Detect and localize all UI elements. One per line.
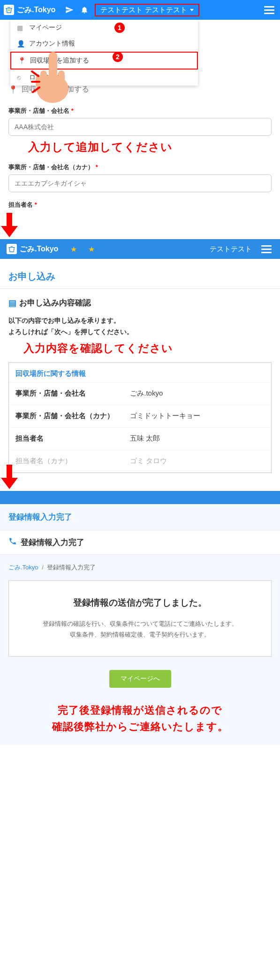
logo-icon bbox=[4, 5, 14, 15]
annotation-note-3: 完了後登録情報が送信されるので 確認後弊社からご連絡いたします。 bbox=[0, 688, 280, 744]
info-value: ゴミ タロウ bbox=[130, 457, 265, 466]
user-name-dropdown[interactable]: テストテスト テストテスト bbox=[95, 4, 199, 16]
completion-text-2: 収集条件、契約情報確定後、電子契約を行います。 bbox=[18, 629, 262, 640]
menu-account-label: アカウント情報 bbox=[29, 39, 75, 48]
section-title: 登録情報入力完了 bbox=[0, 530, 280, 555]
completion-text-1: 登録情報の確認を行い、収集条件について電話にてご連絡いたします。 bbox=[18, 618, 262, 629]
svg-rect-1 bbox=[49, 52, 57, 79]
menu-mypage-label: マイページ bbox=[29, 23, 62, 32]
header-bar-2: ごみ.Tokyo ★ ★ テストテスト bbox=[0, 239, 280, 259]
svg-rect-3 bbox=[58, 70, 65, 87]
info-row: 事業所・店舗・会社名（カナ） ゴミドットトーキョー bbox=[9, 405, 271, 428]
info-row: 担当者名 五味 太郎 bbox=[9, 428, 271, 450]
person-label: 担当者名 * bbox=[8, 201, 272, 209]
info-label: 担当者名 bbox=[15, 434, 130, 443]
star-icon[interactable]: ★ bbox=[88, 245, 95, 254]
pin-icon: 📍 bbox=[8, 85, 18, 94]
info-box: 回収場所に関する情報 事業所・店舗・会社名 ごみ.tokyo 事業所・店舗・会社… bbox=[8, 362, 272, 473]
info-row: 事業所・店舗・会社名 ごみ.tokyo bbox=[9, 382, 271, 405]
pin-icon: 📍 bbox=[18, 57, 25, 64]
phone-icon bbox=[8, 537, 17, 548]
breadcrumb-current: 登録情報入力完了 bbox=[47, 564, 96, 571]
caret-down-icon bbox=[190, 9, 194, 11]
calendar-icon: ▦ bbox=[17, 24, 24, 31]
info-value: ごみ.tokyo bbox=[130, 389, 265, 398]
svg-rect-2 bbox=[40, 70, 47, 87]
kana-label: 事業所・店舗・会社名（カナ） * bbox=[8, 163, 272, 171]
kana-input[interactable] bbox=[8, 174, 272, 192]
info-value: ゴミドットトーキョー bbox=[130, 412, 265, 420]
logo-text: ごみ.Tokyo bbox=[20, 244, 58, 254]
header-bar-3 bbox=[0, 491, 280, 504]
page-title: 登録情報入力完了 bbox=[0, 504, 280, 530]
breadcrumb-home[interactable]: ごみ.Tokyo bbox=[8, 564, 38, 571]
user-name-2[interactable]: テストテスト bbox=[210, 245, 252, 254]
info-label: 担当者名（カナ） bbox=[15, 457, 130, 466]
annotation-note-1: 入力して追加してください bbox=[28, 140, 272, 155]
logout-icon: ⎋ bbox=[17, 74, 24, 81]
user-name-text: テストテスト テストテスト bbox=[100, 6, 187, 15]
star-icon[interactable]: ★ bbox=[70, 245, 77, 254]
list-icon: ▤ bbox=[8, 298, 16, 308]
send-icon[interactable] bbox=[65, 5, 74, 15]
completion-title: 登録情報の送信が完了しました。 bbox=[18, 597, 262, 609]
info-label: 事業所・店舗・会社名 bbox=[15, 389, 130, 398]
section-title: ▤ お申し込み内容確認 bbox=[0, 289, 280, 317]
mypage-button[interactable]: マイページへ bbox=[109, 670, 171, 688]
confirm-desc-1: 以下の内容でお申し込みを承ります。 bbox=[0, 317, 280, 328]
confirm-desc-2: よろしければ「次へ」を押してください。 bbox=[0, 328, 280, 339]
annotation-badge-1: 1 bbox=[114, 23, 125, 33]
annotation-note-2: 入力内容を確認してください bbox=[0, 339, 280, 362]
info-box-title: 回収場所に関する情報 bbox=[9, 363, 271, 382]
header-bar: ごみ.Tokyo テストテスト テストテスト bbox=[0, 0, 280, 20]
user-icon: 👤 bbox=[17, 40, 24, 47]
page-title: お申し込み bbox=[0, 259, 280, 289]
hamburger-menu[interactable] bbox=[262, 4, 276, 16]
arrow-down-icon bbox=[0, 465, 280, 491]
annotation-badge-2: 2 bbox=[113, 52, 123, 62]
completion-box: 登録情報の送信が完了しました。 登録情報の確認を行い、収集条件について電話にてご… bbox=[8, 580, 272, 657]
pointing-hand-icon bbox=[29, 49, 76, 107]
hamburger-menu[interactable] bbox=[259, 243, 273, 255]
logo-text: ごみ.Tokyo bbox=[17, 5, 55, 15]
logo-icon bbox=[7, 244, 17, 254]
menu-mypage[interactable]: ▦ マイページ bbox=[10, 20, 198, 36]
arrow-down-icon bbox=[0, 213, 280, 239]
breadcrumb: ごみ.Tokyo / 登録情報入力完了 bbox=[0, 561, 280, 580]
bell-icon[interactable] bbox=[80, 5, 89, 15]
breadcrumb-sep: / bbox=[42, 564, 44, 571]
info-label: 事業所・店舗・会社名（カナ） bbox=[15, 412, 130, 420]
company-input[interactable] bbox=[8, 118, 272, 136]
company-label: 事業所・店舗・会社名 * bbox=[8, 107, 272, 115]
info-value: 五味 太郎 bbox=[130, 434, 265, 443]
